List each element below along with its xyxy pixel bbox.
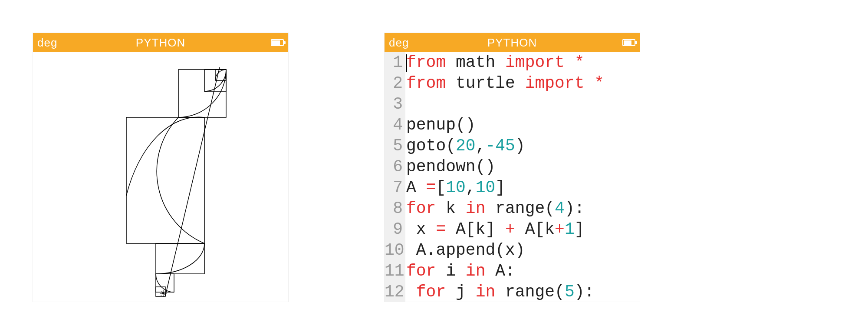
code-line[interactable]: 7A =[10,10] [385, 177, 640, 198]
line-number: 7 [385, 177, 405, 198]
code-token: math [446, 53, 505, 72]
code-token: in [476, 283, 496, 301]
code-content[interactable]: x = A[k] + A[k+1] [405, 219, 585, 240]
code-token: ] [575, 220, 585, 239]
line-number: 2 [385, 73, 405, 94]
code-token: A: [485, 262, 515, 280]
battery-icon [271, 39, 284, 46]
line-number: 4 [385, 115, 405, 136]
code-line[interactable]: 9 x = A[k] + A[k+1] [385, 219, 640, 240]
svg-rect-6 [156, 287, 165, 296]
code-token: A[k [515, 220, 555, 239]
code-token: 10 [476, 178, 496, 197]
line-number: 1 [385, 52, 405, 73]
line-number: 12 [385, 282, 405, 302]
code-token: for [406, 199, 436, 218]
code-content[interactable]: goto(20,-45) [405, 136, 525, 156]
code-token: j [446, 283, 475, 301]
line-number: 3 [385, 94, 405, 115]
code-token: ] [495, 178, 505, 197]
code-line[interactable]: 12 for j in range(5): [385, 282, 640, 302]
code-line[interactable]: 5goto(20,-45) [385, 136, 640, 156]
line-number: 10 [385, 240, 405, 261]
code-content[interactable]: pendown() [405, 156, 495, 177]
turtle-canvas [33, 52, 288, 302]
code-line[interactable]: 2from turtle import * [385, 73, 640, 94]
code-token: + [555, 220, 565, 239]
code-token: * [594, 74, 604, 93]
code-token: in [466, 262, 486, 280]
battery-icon [622, 39, 635, 46]
code-editor[interactable]: 1from math import *2from turtle import *… [385, 52, 640, 302]
code-token: for [416, 283, 446, 301]
code-token: 10 [446, 178, 466, 197]
code-token: 1 [565, 220, 575, 239]
code-token: A[k] [446, 220, 505, 239]
code-token: 4 [555, 199, 565, 218]
code-token: + [505, 220, 515, 239]
code-content[interactable]: for j in range(5): [405, 282, 594, 302]
code-content[interactable]: from math import * [405, 52, 585, 73]
line-number: 8 [385, 198, 405, 219]
code-token: = [426, 178, 436, 197]
code-token [584, 74, 594, 93]
code-token: in [466, 199, 486, 218]
code-token: penup() [406, 116, 476, 134]
code-line[interactable]: 3 [385, 94, 640, 115]
code-token: k [436, 199, 465, 218]
code-line[interactable]: 4penup() [385, 115, 640, 136]
code-token: * [575, 53, 585, 72]
line-number: 9 [385, 219, 405, 240]
code-token: ): [575, 283, 595, 301]
app-title: PYTHON [136, 36, 185, 50]
angle-mode-label: deg [389, 36, 409, 50]
code-token: ): [565, 199, 585, 218]
code-token: goto( [406, 136, 456, 155]
code-token [565, 53, 575, 72]
code-token: A [406, 178, 426, 197]
code-content[interactable]: penup() [405, 115, 476, 136]
code-token: x [406, 220, 436, 239]
code-token: = [436, 220, 446, 239]
calculator-screen-output: deg PYTHON [33, 33, 289, 302]
code-token: 20 [456, 136, 476, 155]
svg-line-7 [165, 67, 220, 296]
code-token: range( [485, 199, 555, 218]
code-token: i [436, 262, 465, 280]
code-line[interactable]: 8for k in range(4): [385, 198, 640, 219]
code-token: import [525, 74, 585, 93]
code-line[interactable]: 11for i in A: [385, 261, 640, 282]
code-token: 5 [565, 283, 575, 301]
code-line[interactable]: 1from math import * [385, 52, 640, 73]
code-line[interactable]: 10 A.append(x) [385, 240, 640, 261]
code-token: ) [515, 136, 525, 155]
code-content[interactable]: A.append(x) [405, 240, 525, 261]
code-content[interactable]: from turtle import * [405, 73, 604, 94]
line-number: 5 [385, 136, 405, 156]
code-content[interactable]: A =[10,10] [405, 177, 505, 198]
titlebar: deg PYTHON [385, 33, 640, 52]
line-number: 11 [385, 261, 405, 282]
code-token: range( [495, 283, 565, 301]
code-token [406, 283, 416, 301]
svg-rect-4 [156, 243, 204, 274]
app-title: PYTHON [487, 36, 537, 50]
code-line[interactable]: 6pendown() [385, 156, 640, 177]
titlebar: deg PYTHON [33, 33, 288, 52]
angle-mode-label: deg [37, 36, 57, 50]
svg-rect-1 [178, 70, 226, 117]
calculator-screen-editor: deg PYTHON 1from math import *2from turt… [384, 33, 640, 302]
code-token: pendown() [406, 157, 495, 176]
code-content[interactable]: for i in A: [405, 261, 515, 282]
code-token: from [406, 53, 446, 72]
code-token: [ [436, 178, 446, 197]
code-token: import [505, 53, 565, 72]
code-token: , [466, 178, 476, 197]
code-content[interactable] [405, 94, 406, 115]
code-token: -45 [485, 136, 515, 155]
code-token: A.append(x) [406, 241, 525, 259]
code-token: from [406, 74, 446, 93]
code-content[interactable]: for k in range(4): [405, 198, 585, 219]
code-token: , [476, 136, 486, 155]
line-number: 6 [385, 156, 405, 177]
